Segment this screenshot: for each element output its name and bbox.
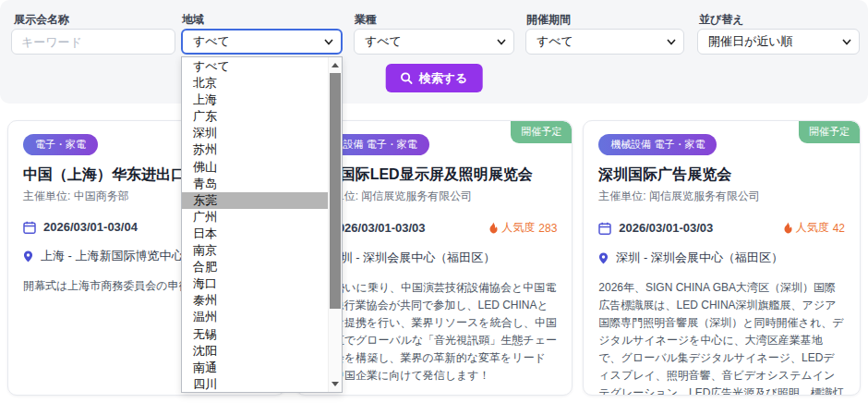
category-badge: 機械設備 電子・家電 (598, 134, 717, 155)
region-label: 地域 (182, 12, 204, 28)
region-option[interactable]: 沈阳 (182, 343, 328, 360)
region-option[interactable]: 深圳 (182, 125, 328, 141)
region-option[interactable]: 南通 (182, 360, 328, 376)
region-option[interactable]: 广东 (182, 108, 328, 125)
region-option-highlighted[interactable]: 东莞 (182, 192, 328, 209)
sort-label: 並び替え (699, 12, 744, 28)
scroll-up-icon[interactable] (329, 58, 342, 72)
region-option[interactable]: 广州 (182, 209, 328, 226)
exhibition-search-page: 展示会名称 地域 業種 開催期間 並び替え すべて すべて すべて 開催日が近い… (0, 0, 868, 403)
region-option[interactable]: 温州 (182, 309, 328, 325)
popularity-label: 人気度 (796, 220, 829, 236)
dropdown-scrollbar[interactable] (328, 57, 342, 392)
event-date: 2026/03/01-03/04 (43, 220, 138, 234)
search-button-label: 検索する (419, 70, 468, 87)
sort-select[interactable]: 開催日が近い順 (697, 29, 860, 55)
region-option[interactable]: 四川 (182, 376, 328, 393)
region-option[interactable]: 苏州 (182, 141, 328, 158)
industry-label: 業種 (355, 12, 377, 28)
region-option[interactable]: 海口 (182, 275, 328, 292)
chevron-down-icon (324, 39, 333, 45)
exhibition-title: 深圳国际LED显示屏及照明展览会 (311, 165, 558, 184)
status-badge: 開催予定 (799, 121, 860, 143)
chevron-down-icon (667, 39, 676, 45)
status-badge: 開催予定 (511, 121, 572, 143)
region-option[interactable]: 青岛 (182, 176, 328, 192)
result-card-list: 電子・家電 中国（上海）华东进出口商品交易会 主催単位: 中国商务部 2026/… (7, 120, 861, 396)
region-option[interactable]: 日本 (182, 226, 328, 242)
popularity-value: 42 (833, 222, 845, 235)
organizer-text: 主催単位: 闻信展览服务有限公司 (598, 189, 845, 204)
region-option-list: すべて 北京 上海 广东 深圳 苏州 佛山 青岛 东莞 广州 日本 南京 合肥 … (182, 57, 328, 392)
region-option[interactable]: 上海 (182, 92, 328, 108)
period-label: 開催期間 (526, 12, 571, 28)
category-badge: 電子・家電 (23, 134, 98, 155)
region-option[interactable]: すべて (182, 58, 328, 75)
region-option[interactable]: 无锡 (182, 326, 328, 343)
exhibition-description: 2026年、SIGN CHINA GBA大湾区（深圳）国際広告標識展は、LED … (598, 279, 845, 396)
keyword-input[interactable] (11, 29, 175, 55)
exhibition-card[interactable]: 開催予定 機械設備 電子・家電 深圳国际广告展览会 主催単位: 闻信展览服务有限… (583, 120, 861, 396)
region-option[interactable]: 南京 (182, 242, 328, 259)
keyword-label: 展示会名称 (14, 12, 69, 28)
region-select-value: すべて (193, 33, 230, 50)
event-date: 2026/03/01-03/03 (332, 221, 426, 235)
exhibition-description: この勢いに乗り、中国演芸技術設備協会と中国電子視像行業協会が共同で参加し、LED… (311, 279, 558, 385)
region-option[interactable]: 北京 (182, 75, 328, 92)
flame-icon (488, 222, 498, 234)
period-select-value: すべて (536, 33, 573, 50)
popularity-label: 人気度 (501, 220, 535, 236)
calendar-icon (598, 222, 611, 235)
event-date: 2026/03/01-03/03 (619, 221, 713, 235)
search-button[interactable]: 検索する (386, 64, 483, 92)
period-select[interactable]: すべて (525, 29, 684, 55)
chevron-down-icon (842, 39, 851, 45)
flame-icon (783, 222, 792, 234)
region-option[interactable]: 佛山 (182, 159, 328, 176)
location-pin-icon (23, 250, 33, 263)
industry-select[interactable]: すべて (354, 29, 514, 55)
popularity-badge: 人気度 42 (783, 220, 845, 236)
region-select[interactable]: すべて (181, 29, 343, 55)
sort-select-value: 開催日が近い順 (708, 33, 793, 50)
exhibition-title: 深圳国际广告展览会 (598, 165, 845, 184)
scrollbar-thumb[interactable] (330, 73, 341, 309)
organizer-text: 主催単位: 闻信展览服务有限公司 (311, 189, 558, 204)
event-location: 上海 - 上海新国际博览中心 (41, 248, 184, 264)
popularity-badge: 人気度 283 (488, 220, 557, 236)
chevron-down-icon (497, 39, 506, 45)
region-dropdown-list: すべて 北京 上海 广东 深圳 苏州 佛山 青岛 东莞 广州 日本 南京 合肥 … (181, 56, 343, 393)
calendar-icon (23, 221, 36, 234)
location-pin-icon (598, 252, 609, 264)
event-location: 深圳 - 深圳会展中心（福田区） (329, 250, 496, 266)
industry-select-value: すべて (365, 33, 402, 50)
event-location: 深圳 - 深圳会展中心（福田区） (616, 250, 783, 266)
popularity-value: 283 (538, 222, 557, 235)
region-option[interactable]: 泰州 (182, 292, 328, 309)
scroll-down-icon[interactable] (329, 377, 342, 391)
region-option[interactable]: 合肥 (182, 259, 328, 275)
search-icon (401, 72, 413, 84)
filter-panel: 展示会名称 地域 業種 開催期間 並び替え すべて すべて すべて 開催日が近い… (0, 0, 868, 104)
